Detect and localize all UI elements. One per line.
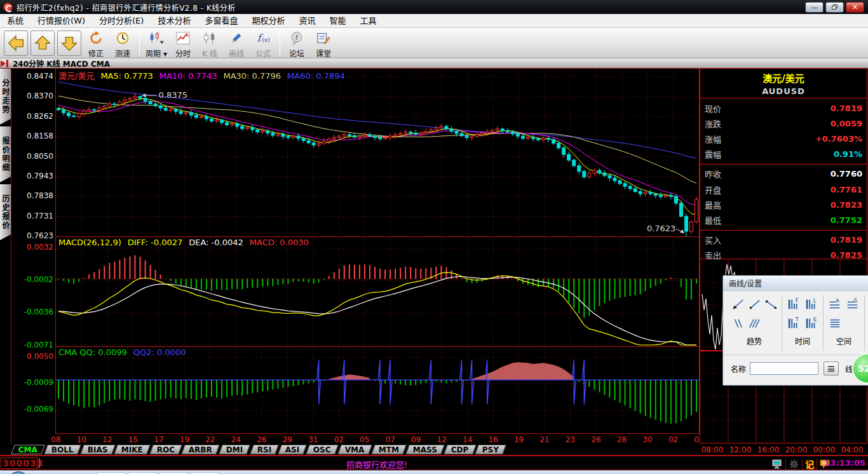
indicator-tab-mtm[interactable]: MTM bbox=[371, 445, 407, 454]
menu-item-9[interactable]: 工具 bbox=[353, 14, 383, 28]
quote-row: 震幅0.91% bbox=[700, 147, 867, 162]
indicator-tab-psy[interactable]: PSY bbox=[475, 445, 507, 454]
menu-item-4[interactable]: 技术分析 bbox=[151, 14, 198, 28]
minimize-button[interactable]: — bbox=[805, 2, 824, 13]
toolbar-button-timeline[interactable]: 分时 bbox=[170, 29, 196, 57]
quote-row: 涨跌0.0059 bbox=[700, 116, 867, 131]
toolbar: 修正测速周期 ▾分时K 线画线f(x)公式t论坛课堂 bbox=[0, 28, 868, 58]
x-axis-tick: 15 bbox=[125, 435, 141, 444]
toolbar-button-label: 周期 ▾ bbox=[146, 48, 167, 58]
x-axis-tick: 26 bbox=[254, 435, 270, 444]
list-button[interactable] bbox=[824, 362, 839, 376]
indicator-tab-asi[interactable]: ASI bbox=[278, 445, 307, 454]
space-percent-icon[interactable]: % bbox=[827, 297, 843, 312]
quote-label: 现价 bbox=[705, 102, 721, 114]
x-axis-tick: 07 bbox=[382, 435, 398, 444]
toolbar-button-formula[interactable]: f(x)公式 bbox=[250, 29, 276, 57]
macd-y-tick: -0.0036 bbox=[13, 308, 53, 316]
nav-down-button[interactable] bbox=[57, 30, 81, 56]
trend-ray-icon[interactable] bbox=[763, 297, 778, 312]
toolbar-button-forum[interactable]: t论坛 bbox=[284, 29, 309, 57]
indicator-tab-vma[interactable]: VMA bbox=[337, 445, 372, 454]
time-f-icon[interactable]: F bbox=[786, 297, 801, 312]
stock-code-input[interactable]: 300033 bbox=[1, 457, 37, 469]
indicator-tab-mass[interactable]: MASS bbox=[405, 445, 444, 454]
time-g-icon[interactable]: G bbox=[804, 316, 819, 331]
arrow-left-icon bbox=[6, 34, 25, 53]
sidebar-tab-1[interactable]: 分时走势 bbox=[0, 69, 11, 125]
toolbar-button-classroom[interactable]: 课堂 bbox=[311, 29, 336, 57]
toolbar-button-speed[interactable]: 测速 bbox=[110, 29, 135, 57]
menu-item-5[interactable]: 多窗看盘 bbox=[198, 14, 245, 28]
restore-button[interactable] bbox=[825, 2, 844, 13]
legend-item: MA10: 0.7743 bbox=[159, 71, 217, 81]
macd-panel[interactable]: MACD(26,12,9)DIFF: -0.0027DEA: -0.0042MA… bbox=[55, 236, 700, 347]
hatch-lines-icon[interactable] bbox=[747, 316, 762, 331]
space-g-icon[interactable]: G bbox=[845, 297, 860, 312]
kline-legend: 澳元/美元MA5: 0.7773MA10: 0.7743MA30: 0.7796… bbox=[58, 69, 351, 81]
mini-time-tick: 00:00 bbox=[811, 445, 837, 454]
menu-item-2[interactable]: 行情报价(W) bbox=[31, 14, 92, 28]
dialog-group-1: 趋势 bbox=[727, 295, 782, 351]
name-input[interactable] bbox=[750, 362, 818, 375]
menu-item-1[interactable]: 系统 bbox=[0, 14, 31, 28]
menu-item-7[interactable]: 资讯 bbox=[292, 14, 322, 28]
alert-icon[interactable] bbox=[789, 459, 799, 469]
space-lines-icon[interactable] bbox=[827, 316, 843, 331]
indicator-tab-arbr[interactable]: ARBR bbox=[182, 445, 220, 454]
trend-segment-icon[interactable] bbox=[747, 297, 762, 312]
indicator-tab-cdp[interactable]: CDP bbox=[444, 445, 476, 454]
x-axis-tick: 16 bbox=[485, 435, 501, 444]
menu-item-3[interactable]: 分时分析(E) bbox=[92, 14, 151, 28]
indicator-tab-dmi[interactable]: DMI bbox=[219, 445, 251, 454]
close-button[interactable]: ✕ bbox=[846, 2, 864, 13]
parallel-lines-icon[interactable] bbox=[730, 316, 745, 331]
toolbar-button-drawline[interactable]: 画线 bbox=[224, 29, 249, 57]
x-axis-tick: 14 bbox=[459, 435, 476, 444]
nav-back-button[interactable] bbox=[4, 30, 28, 56]
toolbar-button-revise[interactable]: 修正 bbox=[83, 29, 109, 57]
indicator-tab-bias[interactable]: BIAS bbox=[80, 445, 115, 454]
indicator-tab-mike[interactable]: MIKE bbox=[114, 445, 151, 454]
nav-up-button[interactable] bbox=[31, 30, 55, 56]
indicator-tab-boll[interactable]: BOLL bbox=[44, 445, 81, 454]
app-logo-icon bbox=[3, 3, 13, 12]
time-l-icon[interactable]: L bbox=[804, 297, 819, 312]
x-axis-tick: 12 bbox=[99, 435, 116, 444]
windows-taskbar[interactable] bbox=[0, 470, 868, 474]
quote-label: 震幅 bbox=[705, 148, 721, 160]
sidebar-tab-2[interactable]: 报价明细 bbox=[0, 126, 11, 182]
toolbar-separator bbox=[280, 30, 280, 56]
toolbar-button-period[interactable]: 周期 ▾ bbox=[144, 29, 169, 57]
x-axis-tick: 02 bbox=[330, 435, 347, 444]
connection-monitor-icon[interactable] bbox=[772, 459, 783, 469]
dialog-title-bar[interactable]: 画线/设置 bbox=[723, 276, 868, 291]
jiji-logo-icon[interactable]: 记 bbox=[805, 457, 814, 470]
indicator-tab-osc[interactable]: OSC bbox=[306, 445, 339, 454]
menu-item-8[interactable]: 智能 bbox=[322, 14, 353, 28]
main-y-tick: 0.7623 bbox=[13, 232, 53, 240]
cma-panel[interactable]: CMA QQ: 0.0099QQ2: 0.0000 bbox=[55, 346, 700, 434]
legend-item: 澳元/美元 bbox=[58, 71, 94, 81]
menu-item-6[interactable]: 期权分析 bbox=[245, 14, 292, 28]
time-t-icon[interactable]: T bbox=[786, 316, 801, 331]
mini-time-tick: 04:00 bbox=[839, 445, 865, 454]
indicator-tab-cma[interactable]: CMA bbox=[11, 445, 45, 454]
menu-bar: 系统行情报价(W)分时分析(E)技术分析多窗看盘期权分析资讯智能工具 bbox=[0, 14, 868, 28]
toolbar-button-kline[interactable]: K 线 bbox=[197, 29, 222, 57]
timeline-icon bbox=[176, 31, 190, 47]
clock-time: 13:13:05 bbox=[824, 458, 865, 468]
draw-line-dialog[interactable]: 画线/设置 趋势FLTG时间%G空间 名称 线形 直 bbox=[722, 275, 868, 386]
indicator-tab-rsi[interactable]: RSI bbox=[250, 445, 279, 454]
restore-icon bbox=[832, 4, 837, 10]
quote-row: 买入0.7819 bbox=[700, 233, 867, 248]
quote-label: 最低 bbox=[705, 214, 721, 226]
quote-label: 开盘 bbox=[705, 184, 721, 196]
svg-text:F: F bbox=[796, 297, 799, 304]
start-button[interactable] bbox=[8, 471, 29, 474]
kline-chart-panel[interactable]: 澳元/美元MA5: 0.7773MA10: 0.7743MA30: 0.7796… bbox=[55, 68, 700, 237]
legend-item: DIFF: -0.0027 bbox=[128, 238, 182, 247]
trend-arrow-line-icon[interactable] bbox=[730, 297, 745, 312]
sidebar-tab-3[interactable]: 历史报价 bbox=[0, 184, 11, 240]
indicator-tab-roc[interactable]: ROC bbox=[149, 445, 182, 454]
